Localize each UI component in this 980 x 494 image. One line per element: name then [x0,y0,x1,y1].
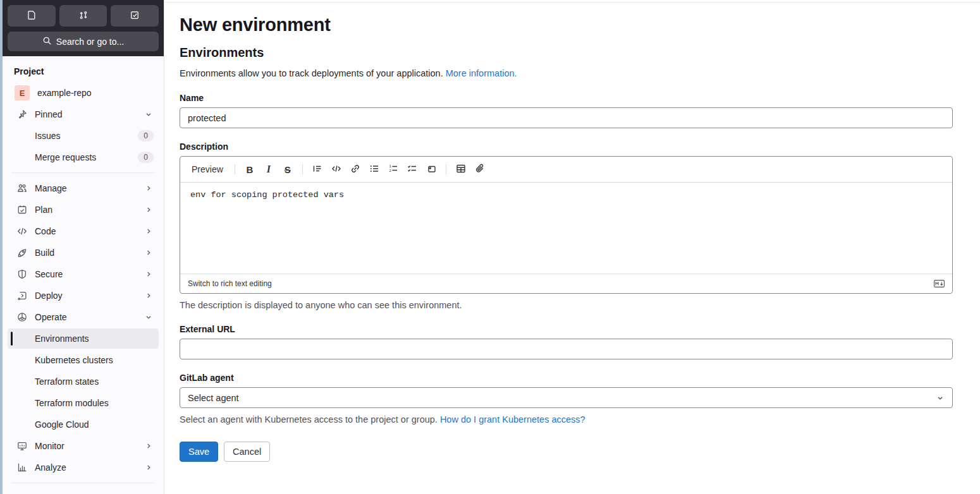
description-label: Description [180,142,953,152]
merge-requests-count-badge: 0 [138,152,154,163]
more-information-link[interactable]: More information. [446,68,517,78]
name-field-group: Name [180,93,953,128]
sidebar-item-issues[interactable]: Issues 0 [8,126,159,146]
description-textarea[interactable]: env for scoping protected vars [180,183,952,274]
agent-select[interactable]: Select agent [180,387,953,408]
sidebar-item-code[interactable]: Code [8,221,159,241]
merge-requests-shortcut-button[interactable] [59,5,107,27]
table-button[interactable] [451,161,470,178]
sidebar-divider [11,483,155,483]
intro-text: Environments allow you to track deployme… [180,68,953,78]
search-icon [42,36,52,47]
chevron-right-icon [144,205,153,214]
search-input[interactable]: Search or go to... [8,32,159,51]
issues-icon [27,10,37,22]
calendar-icon [17,205,27,215]
name-input[interactable] [180,107,953,128]
bold-button[interactable]: B [240,161,259,178]
markdown-editor: Preview B I S [180,156,953,294]
sidebar-item-manage[interactable]: Manage [8,178,159,198]
todos-shortcut-button[interactable] [111,5,159,27]
task-list-button[interactable] [403,161,422,178]
sidebar-item-label: Terraform states [35,377,154,387]
task-list-icon [407,164,417,176]
monitor-icon [17,441,27,451]
quote-icon [312,164,322,176]
table-icon [456,164,466,176]
sidebar-nav: Project E example-repo Pinned Issues 0 M… [3,56,164,488]
sidebar-item-terraform-states[interactable]: Terraform states [8,371,159,392]
sidebar-item-build[interactable]: Build [8,243,159,263]
description-field-group: Description Preview B I S [180,142,953,310]
strikethrough-button[interactable]: S [278,161,297,178]
sidebar-item-label: Analyze [35,462,144,473]
sidebar-item-label: Manage [35,183,144,193]
collapsible-section-button[interactable] [422,161,441,178]
deploy-icon [17,291,27,301]
sidebar-item-label: Environments [35,334,154,344]
chart-icon [17,462,27,473]
chevron-right-icon [144,270,153,279]
sidebar-item-operate[interactable]: Operate [8,307,159,327]
svg-text:2: 2 [389,169,391,172]
sidebar-item-label: Deploy [35,291,144,301]
sidebar-item-label: Plan [35,205,144,215]
attach-file-button[interactable] [470,161,489,178]
chevron-right-icon [144,227,153,236]
save-button[interactable]: Save [180,442,218,462]
issues-shortcut-button[interactable] [8,5,56,27]
sidebar-item-terraform-modules[interactable]: Terraform modules [8,393,159,413]
sidebar-item-label: Secure [35,269,144,279]
editor-toolbar: Preview B I S [180,157,952,183]
sidebar-item-label: Merge requests [35,152,138,162]
sidebar-item-kubernetes-clusters[interactable]: Kubernetes clusters [8,350,159,370]
chevron-down-icon [144,110,153,119]
numbered-list-icon: 12 [388,164,398,176]
agent-help-text: Select an agent with Kubernetes access t… [180,414,953,425]
link-button[interactable] [346,161,365,178]
main-content: New environment Environments Environment… [164,0,980,494]
project-section-label: Project [8,60,159,81]
sidebar-item-plan[interactable]: Plan [8,200,159,220]
bullet-list-button[interactable] [365,161,384,178]
chevron-right-icon [144,442,153,450]
quote-button[interactable] [308,161,327,178]
external-url-input[interactable] [180,339,953,359]
rocket-icon [17,248,27,258]
section-title: Environments [180,45,953,60]
code-button[interactable] [327,161,346,178]
project-name: example-repo [37,88,154,98]
sidebar-item-deploy[interactable]: Deploy [8,286,159,306]
editor-footer: Switch to rich text editing [180,274,952,293]
collapsible-section-icon [426,164,436,176]
chevron-down-icon [144,313,153,322]
kubernetes-access-help-link[interactable]: How do I grant Kubernetes access? [440,414,585,425]
italic-button[interactable]: I [259,161,278,178]
sidebar-item-label: Pinned [35,109,144,119]
users-icon [17,183,27,193]
external-url-field-group: External URL [180,324,953,359]
preview-button[interactable]: Preview [187,161,230,178]
sidebar-item-google-cloud[interactable]: Google Cloud [8,414,159,435]
toolbar-separator [446,164,446,174]
sidebar-item-label: Google Cloud [35,419,154,430]
cancel-button[interactable]: Cancel [224,442,270,462]
sidebar-item-monitor[interactable]: Monitor [8,436,159,456]
sidebar-item-environments[interactable]: Environments [8,328,159,349]
switch-rich-text-link[interactable]: Switch to rich text editing [188,279,272,288]
agent-select-value: Select agent [188,393,239,403]
sidebar-item-pinned[interactable]: Pinned [8,104,159,124]
todos-icon [130,10,140,22]
gitlab-agent-field-group: GitLab agent Select agent Select an agen… [180,373,953,425]
project-item[interactable]: E example-repo [8,83,159,103]
shield-icon [17,269,27,279]
sidebar-item-merge-requests[interactable]: Merge requests 0 [8,147,159,167]
markdown-icon[interactable] [934,280,945,287]
sidebar-item-label: Operate [35,312,144,322]
sidebar-item-secure[interactable]: Secure [8,264,159,284]
chevron-right-icon [144,184,153,193]
numbered-list-button[interactable]: 12 [384,161,403,178]
code-icon [17,226,27,236]
description-help-text: The description is displayed to anyone w… [180,300,953,310]
sidebar-item-analyze[interactable]: Analyze [8,457,159,478]
